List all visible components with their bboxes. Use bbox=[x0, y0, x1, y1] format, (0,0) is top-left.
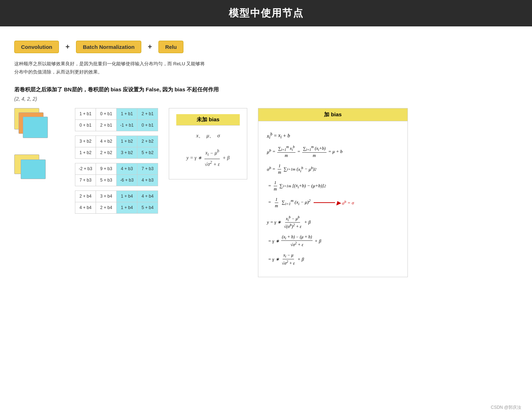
with-bias-content: xib = xi + b μb = ∑i=1m xib m = ∑i=1m (x… bbox=[258, 121, 407, 277]
grid-section: 1 + b1 0 + b1 1 + b1 2 + b1 0 + b1 2 + b… bbox=[75, 108, 158, 214]
no-bias-title: 未加 bias bbox=[176, 114, 240, 126]
footer-note: CSDN @郭庆汝 bbox=[491, 405, 521, 411]
rect-cyan-1 bbox=[23, 117, 48, 138]
grid-b4: 2 + b4 3 + b4 1 + b4 4 + b4 4 + b4 2 + b… bbox=[75, 190, 158, 214]
grid-b3: -2 + b3 9 + b3 4 + b3 7 + b3 7 + b3 5 + … bbox=[75, 163, 158, 186]
stack-container bbox=[14, 108, 61, 187]
plus-icon-1: + bbox=[65, 43, 70, 51]
arrow-head-red: ▶ bbox=[336, 199, 341, 206]
no-bias-box: 未加 bias x、 μ、 σ y = γ ∗ xi − μb √σ2 + ε … bbox=[169, 108, 247, 179]
formula-sigb3: = 1 m ∑i=1m (xi − μ)2 ▶ σb = σ bbox=[267, 197, 399, 209]
no-bias-vars: x、 μ、 σ bbox=[196, 133, 220, 138]
no-bias-line1: x、 μ、 σ bbox=[176, 131, 240, 140]
main-content: Convolution + Batch Normalization + Relu… bbox=[0, 26, 532, 284]
with-bias-box: 加 bias xib = xi + b μb = ∑i=1m xib m = ∑… bbox=[258, 108, 408, 277]
page-title: 模型中使用节点 bbox=[229, 7, 304, 19]
arrow-sigma: ▶ σb = σ bbox=[314, 199, 354, 206]
stack-group-2 bbox=[14, 154, 61, 187]
section-title: 若卷积层之后添加了 BN层的，卷积层的 bias 应设置为 False, 因为 … bbox=[14, 86, 518, 93]
arrow-line-red bbox=[314, 202, 335, 203]
plus-icon-2: + bbox=[148, 43, 152, 51]
grid-b2: 3 + b2 4 + b2 1 + b2 2 + b2 1 + b2 2 + b… bbox=[75, 136, 158, 159]
grid-b1: 1 + b1 0 + b1 1 + b1 2 + b1 0 + b1 2 + b… bbox=[75, 108, 158, 131]
page-header: 模型中使用节点 bbox=[0, 0, 532, 26]
batch-norm-badge: Batch Normalization bbox=[76, 41, 141, 53]
params-label: (2, 4, 2, 2) bbox=[14, 96, 518, 102]
no-bias-content: x、 μ、 σ y = γ ∗ xi − μb √σ2 + ε + β bbox=[176, 131, 240, 168]
formula-sigb3-left: = 1 m ∑i=1m (xi − μ)2 bbox=[267, 197, 311, 209]
formula-y2: = γ ∗ (xi + b) − (μ + b) √σ2 + ε + β bbox=[267, 234, 399, 248]
formula-sigb2: = 1 m ∑i=1m [(xi+b) − (μ+b)]2 bbox=[267, 180, 399, 192]
convolution-badge: Convolution bbox=[14, 41, 59, 53]
relu-badge: Relu bbox=[158, 41, 184, 53]
formula-xib: xib = xi + b bbox=[267, 132, 399, 140]
stack-group-1 bbox=[14, 108, 61, 144]
with-bias-title: 加 bias bbox=[258, 108, 407, 121]
diagram-section: 1 + b1 0 + b1 1 + b1 2 + b1 0 + b1 2 + b… bbox=[14, 108, 518, 277]
node-row: Convolution + Batch Normalization + Relu bbox=[14, 41, 518, 53]
formula-y3: = γ ∗ xi − μ √σ2 + ε + β bbox=[267, 253, 399, 266]
no-bias-formula: y = γ ∗ xi − μb √σ2 + ε + β bbox=[176, 148, 240, 168]
formula-y1: y = γ ∗ xib − μb √(σb)2 + ε + β bbox=[267, 215, 399, 229]
formula-sigb1: σb = 1 m ∑i=1m (xib − μb)2 bbox=[267, 163, 399, 175]
sigma-b-equals: σb = σ bbox=[342, 199, 354, 206]
description-text: 这种顺序之所以能够效果良好，是因为批量归一化能够使得输入分布均匀，而 ReLU … bbox=[14, 60, 518, 76]
rect-cyan-2 bbox=[21, 159, 46, 179]
formula-mub: μb = ∑i=1m xib m = ∑i=1m (xi+b) m = μ + … bbox=[267, 145, 399, 158]
